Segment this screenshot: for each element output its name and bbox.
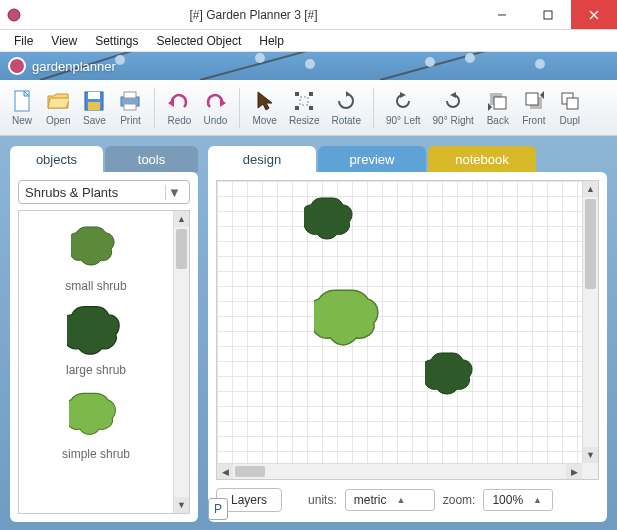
shrub-thumb-icon xyxy=(66,385,126,445)
svg-line-6 xyxy=(200,52,340,80)
svg-marker-17 xyxy=(48,98,69,108)
duplicate-button[interactable]: Dupl xyxy=(552,83,588,133)
send-back-button[interactable]: Back xyxy=(480,83,516,133)
open-button[interactable]: Open xyxy=(40,83,76,133)
move-cursor-icon xyxy=(253,89,277,113)
svg-rect-28 xyxy=(295,92,299,96)
brand-banner: gardenplanner xyxy=(0,52,617,80)
redo-icon xyxy=(167,89,191,113)
open-folder-icon xyxy=(46,89,70,113)
undo-button[interactable]: Undo xyxy=(197,83,233,133)
list-item-label: large shrub xyxy=(66,363,126,377)
scroll-up-icon[interactable]: ▲ xyxy=(583,181,598,197)
resize-icon xyxy=(292,89,316,113)
scroll-thumb[interactable] xyxy=(176,229,187,269)
canvas-vscrollbar[interactable]: ▲ ▼ xyxy=(582,181,598,463)
design-canvas[interactable]: ▲ ▼ ◀ ▶ xyxy=(216,180,599,480)
scroll-thumb[interactable] xyxy=(235,466,265,477)
svg-rect-30 xyxy=(295,106,299,110)
svg-rect-27 xyxy=(300,97,308,105)
menu-file[interactable]: File xyxy=(6,32,41,50)
placed-shrub[interactable] xyxy=(425,349,479,403)
menu-help[interactable]: Help xyxy=(251,32,292,50)
toolbar-separator xyxy=(239,88,240,128)
window-title: [#] Garden Planner 3 [#] xyxy=(28,0,479,29)
list-item-label: simple shrub xyxy=(62,447,130,461)
print-button[interactable]: Print xyxy=(112,83,148,133)
move-button[interactable]: Move xyxy=(246,83,282,133)
svg-rect-19 xyxy=(88,92,100,99)
scroll-left-icon[interactable]: ◀ xyxy=(217,464,233,479)
tab-preview[interactable]: preview xyxy=(318,146,426,172)
tab-notebook[interactable]: notebook xyxy=(428,146,536,172)
svg-marker-34 xyxy=(450,92,456,98)
scroll-thumb[interactable] xyxy=(585,199,596,289)
zoom-select[interactable]: 100%▲ xyxy=(483,489,553,511)
placed-shrub[interactable] xyxy=(304,194,360,248)
rotate-left-button[interactable]: 90° Left xyxy=(380,83,427,133)
main-toolbar: New Open Save Print Redo Undo Move Resiz… xyxy=(0,80,617,136)
undo-icon xyxy=(203,89,227,113)
objects-scrollbar[interactable]: ▲ ▼ xyxy=(173,211,189,513)
svg-rect-42 xyxy=(567,98,578,109)
scroll-down-icon[interactable]: ▼ xyxy=(583,447,598,463)
save-button[interactable]: Save xyxy=(76,83,112,133)
units-label: units: xyxy=(308,493,337,507)
svg-rect-23 xyxy=(124,104,136,110)
app-icon xyxy=(0,0,28,29)
bring-front-button[interactable]: Front xyxy=(516,83,552,133)
list-item[interactable]: small shrub xyxy=(65,211,126,295)
svg-line-7 xyxy=(380,52,500,80)
list-item[interactable]: simple shrub xyxy=(62,379,130,463)
brand-logo-icon xyxy=(8,57,26,75)
design-statusbar: Layers units: metric▲ zoom: 100%▲ xyxy=(216,486,599,514)
scroll-right-icon[interactable]: ▶ xyxy=(566,464,582,479)
dropdown-caret-icon: ▲ xyxy=(533,495,542,505)
close-button[interactable] xyxy=(571,0,617,29)
tab-design[interactable]: design xyxy=(208,146,316,172)
brand-name: gardenplanner xyxy=(32,59,116,74)
units-select[interactable]: metric▲ xyxy=(345,489,435,511)
units-value: metric xyxy=(354,493,387,507)
scroll-down-icon[interactable]: ▼ xyxy=(174,497,189,513)
svg-rect-31 xyxy=(309,106,313,110)
new-button[interactable]: New xyxy=(4,83,40,133)
svg-point-8 xyxy=(115,55,125,65)
dropdown-caret-icon: ▲ xyxy=(396,495,405,505)
left-panel: objects tools Shrubs & Plants ▼ small sh… xyxy=(10,146,198,522)
bring-front-icon xyxy=(522,89,546,113)
menu-settings[interactable]: Settings xyxy=(87,32,146,50)
p-button[interactable]: P xyxy=(208,498,228,520)
menu-selected-object[interactable]: Selected Object xyxy=(149,32,250,50)
list-item[interactable]: large shrub xyxy=(66,295,126,379)
grid-background xyxy=(217,181,582,463)
save-disk-icon xyxy=(82,89,106,113)
svg-rect-36 xyxy=(494,97,506,109)
canvas-hscrollbar[interactable]: ◀ ▶ xyxy=(217,463,582,479)
svg-point-0 xyxy=(8,9,20,21)
tab-objects[interactable]: objects xyxy=(10,146,103,172)
resize-button[interactable]: Resize xyxy=(283,83,326,133)
shrub-thumb-icon xyxy=(66,301,126,361)
svg-point-13 xyxy=(535,59,545,69)
menu-view[interactable]: View xyxy=(43,32,85,50)
svg-rect-20 xyxy=(88,102,100,110)
rotate-icon xyxy=(334,89,358,113)
maximize-button[interactable] xyxy=(525,0,571,29)
zoom-value: 100% xyxy=(492,493,523,507)
send-back-icon xyxy=(486,89,510,113)
tab-tools[interactable]: tools xyxy=(105,146,198,172)
rotate-left-icon xyxy=(391,89,415,113)
rotate-button[interactable]: Rotate xyxy=(326,83,367,133)
svg-point-9 xyxy=(255,53,265,63)
redo-button[interactable]: Redo xyxy=(161,83,197,133)
rotate-right-button[interactable]: 90° Right xyxy=(427,83,480,133)
svg-marker-33 xyxy=(400,92,406,98)
category-value: Shrubs & Plants xyxy=(25,185,118,200)
category-select[interactable]: Shrubs & Plants ▼ xyxy=(18,180,190,204)
new-file-icon xyxy=(10,89,34,113)
minimize-button[interactable] xyxy=(479,0,525,29)
placed-shrub[interactable] xyxy=(314,283,390,359)
svg-marker-26 xyxy=(258,92,272,110)
scroll-up-icon[interactable]: ▲ xyxy=(174,211,189,227)
